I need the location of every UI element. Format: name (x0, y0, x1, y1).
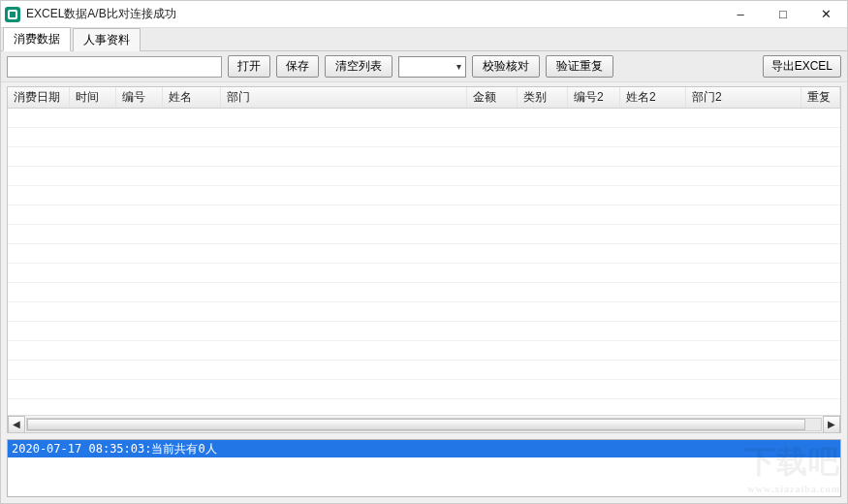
col-name2[interactable]: 姓名2 (620, 87, 686, 108)
col-dept2[interactable]: 部门2 (686, 87, 801, 108)
col-name[interactable]: 姓名 (163, 87, 221, 108)
tab-consume[interactable]: 消费数据 (3, 27, 71, 51)
export-excel-button[interactable]: 导出EXCEL (763, 55, 841, 78)
grid-body[interactable] (8, 109, 840, 415)
app-icon (5, 7, 20, 22)
minimize-button[interactable]: – (719, 1, 762, 27)
col-consume-date[interactable]: 消费日期 (8, 87, 70, 108)
window-title: EXCEL数据A/B比对连接成功 (26, 6, 719, 22)
close-button[interactable]: ✕ (804, 1, 847, 27)
status-row[interactable]: 2020-07-17 08:35:03:当前共有0人 (8, 440, 840, 457)
scroll-left-icon[interactable]: ◀ (8, 416, 25, 433)
data-grid: 消费日期 时间 编号 姓名 部门 金额 类别 编号2 姓名2 部门2 重复 ◀ … (7, 86, 841, 433)
tab-personnel[interactable]: 人事资料 (73, 28, 141, 51)
window-controls: – □ ✕ (719, 1, 847, 27)
toolbar: 打开 保存 清空列表 ▾ 校验核对 验证重复 导出EXCEL (1, 51, 847, 82)
validate-repeat-button[interactable]: 验证重复 (546, 55, 613, 78)
verify-button[interactable]: 校验核对 (472, 55, 540, 78)
mode-select[interactable]: ▾ (398, 56, 466, 78)
horizontal-scrollbar[interactable]: ◀ ▶ (8, 415, 840, 432)
scroll-right-icon[interactable]: ▶ (823, 416, 840, 433)
clear-list-button[interactable]: 清空列表 (325, 55, 393, 78)
col-dept[interactable]: 部门 (221, 87, 467, 108)
maximize-button[interactable]: □ (762, 1, 804, 27)
col-id2[interactable]: 编号2 (568, 87, 620, 108)
tab-label: 消费数据 (14, 32, 60, 46)
path-input[interactable] (7, 56, 222, 78)
grid-header: 消费日期 时间 编号 姓名 部门 金额 类别 编号2 姓名2 部门2 重复 (8, 87, 840, 109)
open-button[interactable]: 打开 (228, 55, 270, 78)
col-amount[interactable]: 金额 (467, 87, 518, 108)
scroll-track[interactable] (26, 418, 822, 431)
save-button[interactable]: 保存 (276, 55, 319, 78)
status-list[interactable]: 2020-07-17 08:35:03:当前共有0人 (7, 439, 841, 497)
tab-bar: 消费数据 人事资料 (1, 28, 847, 51)
col-repeat[interactable]: 重复 (801, 87, 840, 108)
title-bar: EXCEL数据A/B比对连接成功 – □ ✕ (1, 1, 847, 28)
chevron-down-icon: ▾ (456, 61, 461, 72)
status-text: 2020-07-17 08:35:03:当前共有0人 (12, 441, 217, 457)
col-category[interactable]: 类别 (518, 87, 568, 108)
col-id[interactable]: 编号 (116, 87, 163, 108)
scroll-thumb[interactable] (27, 419, 805, 430)
app-window: EXCEL数据A/B比对连接成功 – □ ✕ 消费数据 人事资料 打开 保存 清… (0, 0, 848, 504)
col-time[interactable]: 时间 (70, 87, 116, 108)
tab-label: 人事资料 (83, 33, 130, 47)
